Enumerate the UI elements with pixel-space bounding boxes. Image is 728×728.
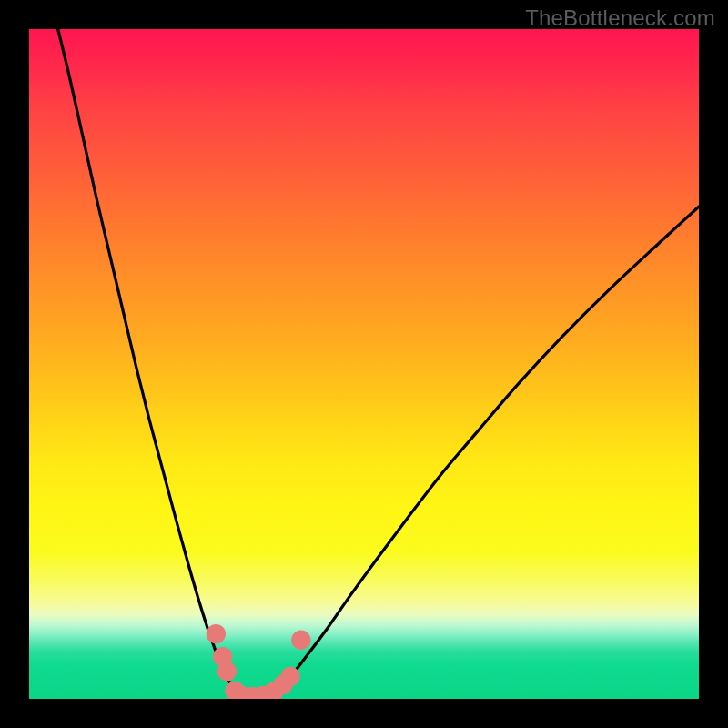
curve-layer	[29, 29, 699, 699]
right-branch-curve	[267, 207, 699, 697]
data-marker	[207, 624, 226, 643]
data-marker	[280, 667, 299, 686]
data-marker	[217, 662, 237, 681]
left-branch-curve	[58, 29, 242, 697]
chart-frame: TheBottleneck.com	[0, 0, 728, 728]
data-marker	[291, 631, 310, 650]
plot-area	[29, 29, 699, 699]
watermark-text: TheBottleneck.com	[525, 5, 715, 31]
marker-group	[207, 624, 311, 699]
